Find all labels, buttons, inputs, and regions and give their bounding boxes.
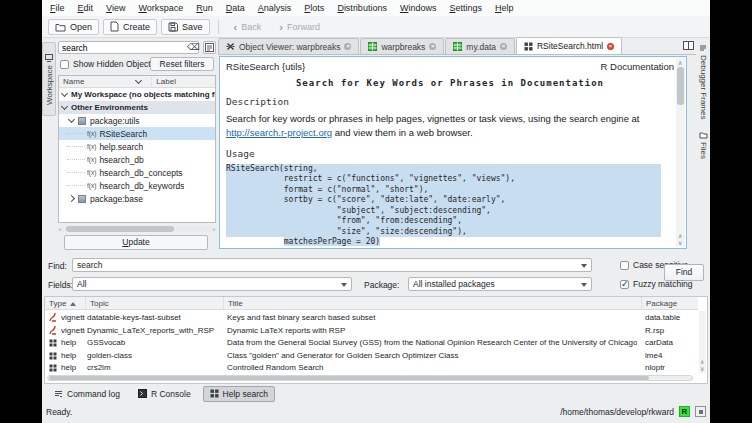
tree-horizontal-scrollbar[interactable]: ‹ › bbox=[58, 226, 216, 232]
menu-distributions[interactable]: Distributions bbox=[337, 3, 387, 13]
package-label: Package: bbox=[364, 280, 399, 290]
package-cell: R.rsp bbox=[645, 325, 696, 338]
tree-column-header[interactable]: Name Label bbox=[59, 76, 215, 88]
forward-button[interactable]: › Forward bbox=[272, 19, 327, 35]
find-term-combobox[interactable]: search bbox=[72, 258, 592, 272]
table-row[interactable]: vignette datatable-keys-fast-subset Keys… bbox=[45, 312, 698, 325]
tree-item-package-utils[interactable]: package:utils bbox=[59, 114, 215, 127]
find-term-value: search bbox=[77, 260, 103, 270]
clear-search-icon[interactable]: ⌫ bbox=[187, 42, 200, 52]
scrollbar-thumb[interactable] bbox=[66, 226, 174, 232]
menu-help[interactable]: Help bbox=[495, 3, 514, 13]
title-cell: Data from the General Social Survey (GSS… bbox=[227, 337, 637, 350]
table-horizontal-scrollbar[interactable] bbox=[47, 375, 693, 381]
tree-item-package-base[interactable]: package:base bbox=[59, 192, 215, 205]
workspace-dock-tab[interactable]: Workspace bbox=[42, 42, 56, 116]
topic-column-header[interactable]: Topic bbox=[85, 297, 221, 310]
close-icon[interactable]: × bbox=[607, 43, 614, 50]
filter-options-button[interactable] bbox=[203, 41, 216, 54]
close-icon[interactable]: × bbox=[429, 43, 436, 50]
table-row[interactable]: help GSSvocab Data from the General Soci… bbox=[45, 337, 698, 350]
list-options-icon bbox=[205, 43, 214, 52]
tree-item-hsearch-db-concepts[interactable]: f(x) hsearch_db_concepts bbox=[59, 166, 215, 179]
fields-combobox[interactable]: All bbox=[72, 277, 352, 291]
table-row[interactable]: vignette Dynamic_LaTeX_reports_with_RSP … bbox=[45, 325, 698, 338]
chevron-right-icon[interactable] bbox=[68, 195, 75, 202]
topic-cell: crs2lm bbox=[87, 362, 219, 375]
tree-item-hsearch-db[interactable]: f(x) hsearch_db bbox=[59, 153, 215, 166]
menu-data[interactable]: Data bbox=[226, 3, 245, 13]
scroll-up-icon[interactable]: ∧ bbox=[678, 233, 682, 239]
tree-item-other-environments[interactable]: Other Environments bbox=[59, 101, 215, 114]
title-column-header[interactable]: Title bbox=[223, 297, 639, 310]
help-search-tab[interactable]: Help search bbox=[203, 386, 275, 402]
update-button[interactable]: Update bbox=[64, 235, 208, 250]
label-column-header[interactable]: Label bbox=[151, 77, 176, 86]
tree-branch-line bbox=[67, 172, 85, 173]
menu-plots[interactable]: Plots bbox=[304, 3, 324, 13]
scroll-right-icon[interactable]: › bbox=[213, 226, 215, 232]
save-button[interactable]: Save bbox=[161, 19, 210, 35]
tree-item-rsitesearch[interactable]: f(x) RSiteSearch bbox=[59, 127, 215, 140]
topic-cell: Dynamic_LaTeX_reports_with_RSP bbox=[87, 325, 219, 338]
table-vertical-scrollbar[interactable]: ∧ ∨ bbox=[699, 311, 706, 373]
tree-item-hsearch-db-keywords[interactable]: f(x) hsearch_db_keywords bbox=[59, 179, 215, 192]
scroll-down-icon[interactable]: ∨ bbox=[678, 240, 682, 246]
package-icon bbox=[78, 195, 86, 203]
menu-settings[interactable]: Settings bbox=[449, 3, 482, 13]
menu-file[interactable]: File bbox=[50, 3, 65, 13]
menu-view[interactable]: View bbox=[106, 3, 125, 13]
forward-label: Forward bbox=[287, 22, 320, 32]
chevron-down-icon[interactable] bbox=[68, 116, 75, 123]
tree-item-my-workspace[interactable]: My Workspace (no objects matching filter… bbox=[59, 88, 215, 101]
scroll-up-icon[interactable]: ∧ bbox=[700, 359, 704, 365]
package-combobox[interactable]: All installed packages bbox=[408, 277, 592, 291]
object-search-input[interactable] bbox=[58, 41, 199, 54]
chevron-down-icon[interactable] bbox=[61, 90, 68, 97]
scroll-left-icon[interactable]: ‹ bbox=[59, 226, 61, 232]
document-vertical-scrollbar[interactable]: ∧ ∧ ∨ bbox=[676, 58, 685, 247]
tab-object-viewer-warpbreaks[interactable]: Object Viewer: warpbreaks × bbox=[218, 38, 359, 54]
chevron-down-icon[interactable] bbox=[61, 103, 68, 110]
reset-filters-button[interactable]: Reset filters bbox=[150, 57, 214, 71]
fuzzy-matching-checkbox[interactable]: Fuzzy matching bbox=[620, 279, 693, 289]
menu-workspace[interactable]: Workspace bbox=[138, 3, 183, 13]
search-r-project-link[interactable]: http://search.r-project.org bbox=[226, 127, 332, 138]
debugger-frames-label: Debugger Frames bbox=[699, 55, 708, 119]
tree-branch-line bbox=[67, 159, 85, 160]
package-column-header[interactable]: Package bbox=[641, 297, 698, 310]
menu-bar: File Edit View Workspace Run Data Analys… bbox=[42, 0, 710, 16]
tab-rsitesearch-html[interactable]: RSiteSearch.html × bbox=[516, 37, 622, 54]
scrollbar-thumb[interactable] bbox=[49, 376, 649, 380]
close-icon[interactable]: × bbox=[500, 43, 507, 50]
open-button[interactable]: Open bbox=[48, 19, 99, 35]
table-row[interactable]: help golden-class Class "golden" and Gen… bbox=[45, 350, 698, 363]
name-column-header[interactable]: Name bbox=[63, 77, 84, 86]
tab-my-data[interactable]: my.data × bbox=[445, 38, 515, 54]
scroll-down-icon[interactable]: ∨ bbox=[700, 366, 704, 372]
command-log-tab[interactable]: Command log bbox=[48, 387, 126, 401]
r-console-tab[interactable]: R Console bbox=[132, 387, 197, 401]
code-selection-end: matchesPerPage = 20) bbox=[284, 237, 380, 246]
tree-item-help-search[interactable]: f(x) help.search bbox=[59, 140, 215, 153]
create-button[interactable]: Create bbox=[103, 19, 157, 35]
menu-edit[interactable]: Edit bbox=[78, 3, 94, 13]
debugger-frames-dock-tab[interactable]: Debugger Frames bbox=[699, 41, 708, 122]
split-view-icon[interactable] bbox=[683, 41, 694, 50]
topic-cell: datatable-keys-fast-subset bbox=[87, 312, 219, 325]
show-hidden-objects-checkbox[interactable]: Show Hidden Objects bbox=[60, 59, 155, 69]
files-dock-tab[interactable]: Files bbox=[699, 128, 708, 162]
tab-warpbreaks[interactable]: warpbreaks × bbox=[360, 38, 444, 54]
menu-run[interactable]: Run bbox=[196, 3, 213, 13]
stop-icon[interactable] bbox=[695, 406, 706, 417]
menu-analysis[interactable]: Analysis bbox=[258, 3, 292, 13]
tree-item-label: package:base bbox=[90, 194, 143, 204]
scrollbar-thumb[interactable] bbox=[677, 67, 684, 105]
type-column-header[interactable]: Type bbox=[45, 297, 81, 310]
close-icon[interactable]: × bbox=[344, 43, 351, 50]
scroll-up-icon[interactable]: ∧ bbox=[678, 60, 682, 66]
back-button[interactable]: ‹ Back bbox=[227, 19, 269, 35]
table-row[interactable]: help crs2lm Controlled Random Search nlo… bbox=[45, 362, 698, 375]
tree-item-label: package:utils bbox=[90, 116, 140, 126]
menu-windows[interactable]: Windows bbox=[400, 3, 437, 13]
